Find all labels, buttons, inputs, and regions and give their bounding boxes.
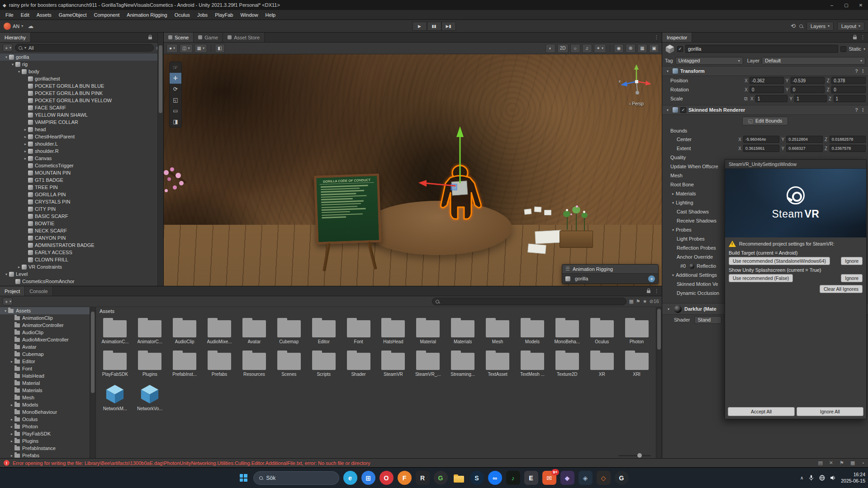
panel-menu-icon[interactable]: ⋮ xyxy=(860,34,865,40)
mode-2d-toggle[interactable]: 2D xyxy=(557,44,569,53)
component-menu-icon[interactable]: ⋮ xyxy=(860,107,865,113)
asset-item[interactable]: SteamVR_... xyxy=(411,350,446,377)
active-checkbox[interactable]: ✓ xyxy=(677,46,683,52)
asset-item[interactable]: AnimationC... xyxy=(98,317,133,344)
asset-item[interactable]: MonoBeha... xyxy=(550,317,584,344)
layer-dropdown[interactable]: Default▾ xyxy=(762,57,865,65)
camera-settings-button[interactable]: ▣ xyxy=(649,44,659,53)
start-button[interactable] xyxy=(240,474,247,482)
cancel-icon[interactable]: ✕ xyxy=(829,460,833,466)
hierarchy-item[interactable]: ▸ shoulder.R xyxy=(0,147,157,155)
asset-item[interactable]: Photon xyxy=(619,317,654,344)
hidden-packages-icon[interactable]: ⊘16 xyxy=(650,298,659,304)
project-folder-row[interactable]: ▾ Assets xyxy=(0,307,90,314)
hierarchy-item[interactable]: ▾ gorilla xyxy=(0,53,157,61)
ignore-button[interactable]: Ignore xyxy=(841,257,863,265)
asset-item[interactable]: Oculus xyxy=(584,317,619,344)
render-doodads-toggle[interactable]: ◐ xyxy=(545,44,555,53)
expand-arrow-icon[interactable]: ▸ xyxy=(23,149,28,153)
project-folder-row[interactable]: ▸ PlayFabSDK xyxy=(0,430,90,437)
spotify-icon[interactable]: ♪ xyxy=(506,471,520,485)
panel-menu-icon[interactable]: ⋮ xyxy=(654,34,659,40)
project-folder-row[interactable]: Materials xyxy=(0,387,90,394)
lock-icon[interactable] xyxy=(647,290,650,293)
taskbar-search[interactable]: Sök xyxy=(253,471,339,485)
undo-history-icon[interactable]: ⟲ xyxy=(791,23,796,29)
panel-menu-icon[interactable]: ⋮ xyxy=(654,288,659,294)
asset-item[interactable]: HatsHead xyxy=(376,317,411,344)
menu-item[interactable]: Jobs xyxy=(194,10,211,19)
menu-item[interactable]: Oculus xyxy=(171,10,194,19)
asset-item[interactable]: Plugins xyxy=(133,350,167,377)
expand-arrow-icon[interactable]: ▸ xyxy=(9,432,14,436)
play-button[interactable]: ▶ xyxy=(413,22,427,31)
cloud-services-icon[interactable]: ☁ xyxy=(28,23,33,29)
expand-arrow-icon[interactable]: ▾ xyxy=(10,62,15,66)
hierarchy-item[interactable]: gorillachest xyxy=(0,75,157,82)
extent-x-field[interactable]: 0.3615861 xyxy=(743,145,779,152)
tab-inspector[interactable]: Inspector xyxy=(662,33,692,42)
position-y-field[interactable]: -0.539 xyxy=(791,77,825,84)
rigging-target-row[interactable]: gorilla ＋ xyxy=(562,274,658,284)
expand-arrow-icon[interactable]: ▾ xyxy=(4,272,9,276)
hierarchy-item[interactable]: CRYSTALS PIN xyxy=(0,198,157,205)
hierarchy-item[interactable]: ▸ head xyxy=(0,126,157,133)
taskbar-clock[interactable]: 16:24 2025-06-15 xyxy=(841,472,865,484)
expand-arrow-icon[interactable]: ▸ xyxy=(16,265,22,269)
menu-item[interactable]: GameObject xyxy=(55,10,90,19)
grid-visibility-toggle[interactable]: ▦ xyxy=(637,44,647,53)
volume-icon[interactable] xyxy=(830,475,836,481)
lighting-toggle[interactable]: ☼ xyxy=(570,44,580,53)
scene-visibility-toggle[interactable]: ◉ xyxy=(614,44,624,53)
use-recommended-button[interactable]: Use recommended (False) xyxy=(729,274,793,282)
audio-toggle[interactable]: ♫ xyxy=(582,44,592,53)
debug-icon[interactable]: ⚑ xyxy=(840,460,844,466)
expand-arrow-icon[interactable]: ▾ xyxy=(3,309,8,313)
github-icon[interactable]: G xyxy=(615,471,629,485)
minimize-button[interactable]: – xyxy=(825,0,839,10)
foldout-arrow-icon[interactable]: ▾ xyxy=(670,273,676,277)
expand-arrow-icon[interactable]: ▾ xyxy=(16,70,22,74)
scene-tab[interactable]: Game xyxy=(194,33,223,42)
add-rig-button[interactable]: ＋ xyxy=(648,275,655,282)
ignore-all-button[interactable]: Ignore All xyxy=(797,407,863,416)
expand-arrow-icon[interactable]: ▸ xyxy=(23,142,28,146)
menu-item[interactable]: File xyxy=(2,10,17,19)
hierarchy-item[interactable]: CosmeticsTrigger xyxy=(0,162,157,169)
asset-item[interactable]: Scripts xyxy=(306,350,341,377)
hierarchy-item[interactable]: ▾ rig xyxy=(0,61,157,68)
asset-item[interactable]: Avatar xyxy=(237,317,272,344)
move-tool-button[interactable]: ✛ xyxy=(170,73,181,84)
menu-item[interactable]: Assets xyxy=(33,10,55,19)
foldout-arrow-icon[interactable]: ▾ xyxy=(670,228,676,232)
asset-item[interactable]: AudioClip xyxy=(167,317,202,344)
gizmo-toggle[interactable]: ◧ xyxy=(215,44,225,53)
purple-app-icon[interactable]: ◆ xyxy=(560,471,574,485)
hierarchy-item[interactable]: BOWTIE xyxy=(0,220,157,227)
expand-arrow-icon[interactable]: ▸ xyxy=(9,360,14,364)
project-folder-row[interactable]: Material xyxy=(0,379,90,387)
progress-icon[interactable]: ◔ xyxy=(861,460,864,466)
steam-icon[interactable]: S xyxy=(470,471,484,485)
menu-item[interactable]: Help xyxy=(262,10,280,19)
transform-header[interactable]: ▾ Transform ? ⋮ xyxy=(662,66,868,76)
center-y-field[interactable]: 0.2512804 xyxy=(786,136,822,143)
lock-icon[interactable] xyxy=(148,37,152,39)
file-explorer-icon[interactable] xyxy=(452,471,466,485)
layers-dropdown[interactable]: Layers ▾ xyxy=(806,22,834,31)
component-enabled-checkbox[interactable]: ✓ xyxy=(680,107,686,113)
component-tools-button[interactable]: ⊕ xyxy=(626,44,636,53)
hierarchy-item[interactable]: YELLOW RAIN SHAWL xyxy=(0,111,157,118)
assets-scrollbar[interactable] xyxy=(656,307,662,458)
tag-dropdown[interactable]: Untagged▾ xyxy=(675,57,743,65)
skinned-mesh-renderer-header[interactable]: ▾ ✓ Skinned Mesh Renderer ? ⋮ xyxy=(662,105,868,115)
asset-item[interactable]: AudioMixe... xyxy=(202,317,237,344)
foldout-arrow-icon[interactable]: ▸ xyxy=(670,192,676,196)
asset-item[interactable]: Cubemap xyxy=(271,317,306,344)
account-dropdown[interactable]: AN ▾ xyxy=(4,23,23,30)
asset-item[interactable]: Shader xyxy=(341,350,376,377)
activity-icon[interactable]: ▤ xyxy=(818,460,822,466)
asset-item[interactable]: TextAsset xyxy=(480,350,515,377)
opera-icon[interactable]: O xyxy=(379,471,394,485)
asset-item[interactable]: Materials xyxy=(446,317,480,344)
